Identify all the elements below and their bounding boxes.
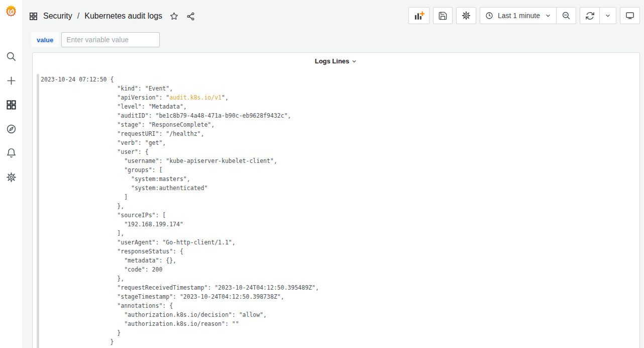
highlighted-match: audit.k8s.io/v1 (169, 94, 222, 101)
add-panel-icon (413, 10, 424, 21)
log-line: } (41, 337, 637, 346)
log-line: "annotations": { (41, 301, 637, 310)
refresh-group (580, 7, 616, 24)
log-line: }, (41, 274, 637, 283)
log-line: "user": { (41, 147, 637, 156)
breadcrumb-folder[interactable]: Security (43, 12, 72, 21)
log-line: "authorization.k8s.io/decision": "allow"… (41, 310, 637, 319)
time-controls-group: Last 1 minute (480, 7, 576, 24)
save-dashboard-button[interactable] (433, 7, 453, 24)
log-line: ] (41, 193, 637, 202)
log-line: "system:masters", (41, 175, 637, 184)
panel-title-menu[interactable]: Logs Lines (33, 53, 639, 69)
log-line: "level": "Metadata", (41, 102, 637, 111)
monitor-icon (625, 11, 635, 21)
time-range-label: Last 1 minute (498, 12, 540, 20)
refresh-icon (585, 11, 595, 21)
plus-icon (6, 75, 17, 86)
chevron-down-icon (545, 12, 552, 19)
settings-gear-icon (461, 11, 471, 21)
dashboard-toolbar: Last 1 minute (408, 7, 640, 24)
compass-icon (6, 123, 17, 135)
log-line: }, (41, 202, 637, 211)
log-scrollbar[interactable] (37, 74, 39, 348)
time-picker-button[interactable]: Last 1 minute (480, 8, 556, 24)
log-line: "username": "kube-apiserver-kubelet-clie… (41, 156, 637, 165)
refresh-button[interactable] (580, 8, 599, 24)
dashboard-grid-icon (29, 12, 38, 21)
sidebar-item-search[interactable] (5, 50, 18, 63)
log-line: "code": 200 (41, 265, 637, 274)
log-line: "192.168.199.174" (41, 220, 637, 229)
gear-icon (6, 171, 17, 183)
log-line: "sourceIPs": [ (41, 211, 637, 220)
sidebar-item-configuration[interactable] (5, 170, 18, 184)
sidebar-item-alerting[interactable] (5, 146, 18, 159)
breadcrumb-dashboard-title[interactable]: Kubernetes audit logs (84, 12, 162, 21)
log-line: "responseStatus": { (41, 247, 637, 256)
log-line: } (41, 328, 637, 337)
dashboards-grid-icon (6, 99, 17, 111)
log-line: "requestReceivedTimestamp": "2023-10-24T… (41, 283, 637, 292)
log-line: "requestURI": "/healthz", (41, 129, 637, 138)
breadcrumb-separator: / (77, 12, 79, 21)
template-variable-row: value (31, 32, 160, 47)
bell-icon (6, 147, 17, 159)
logs-panel: Logs Lines 2023-10-24 07:12:50 { "kind":… (32, 52, 640, 348)
log-line: "system:authenticated" (41, 184, 637, 193)
log-line: "userAgent": "Go-http-client/1.1", (41, 238, 637, 247)
log-line: 2023-10-24 07:12:50 { (41, 75, 637, 84)
add-panel-button[interactable] (408, 7, 430, 24)
sidebar-item-explore[interactable] (5, 122, 18, 135)
grafana-logo-icon[interactable] (4, 4, 18, 19)
panel-title: Logs Lines (315, 57, 350, 65)
dashboard-settings-button[interactable] (456, 7, 476, 24)
zoom-out-time-button[interactable] (557, 8, 576, 24)
cycle-view-mode-button[interactable] (620, 7, 640, 24)
log-line: "stageTimestamp": "2023-10-24T04:12:50.3… (41, 292, 637, 301)
variable-label: value (31, 32, 59, 47)
clock-icon (485, 11, 494, 20)
zoom-out-icon (561, 11, 571, 21)
sidebar (0, 0, 22, 348)
log-line: "verb": "get", (41, 138, 637, 147)
chevron-down-icon (604, 12, 611, 19)
share-icon[interactable] (186, 12, 195, 21)
sidebar-item-create[interactable] (5, 74, 18, 87)
log-lines: 2023-10-24 07:12:50 { "kind": "Event", "… (41, 75, 637, 348)
log-line: "stage": "ResponseComplete", (41, 120, 637, 129)
refresh-interval-button[interactable] (600, 8, 616, 24)
variable-value-input[interactable] (61, 32, 160, 47)
sidebar-item-dashboards[interactable] (5, 98, 18, 111)
log-line: "apiVersion": "audit.k8s.io/v1", (41, 93, 637, 102)
log-line: "kind": "Event", (41, 84, 637, 93)
breadcrumb: Security / Kubernetes audit logs (29, 10, 195, 22)
chevron-down-icon (351, 58, 357, 64)
save-icon (438, 11, 448, 21)
log-line: "authorization.k8s.io/reason": "" (41, 319, 637, 328)
log-line: ], (41, 229, 637, 238)
star-icon[interactable] (169, 12, 179, 21)
search-icon (6, 51, 17, 62)
log-line: "groups": [ (41, 165, 637, 175)
log-line: "auditID": "be1c8b79-4a48-471a-b90c-eb96… (41, 111, 637, 120)
log-line: "metadata": {}, (41, 256, 637, 265)
